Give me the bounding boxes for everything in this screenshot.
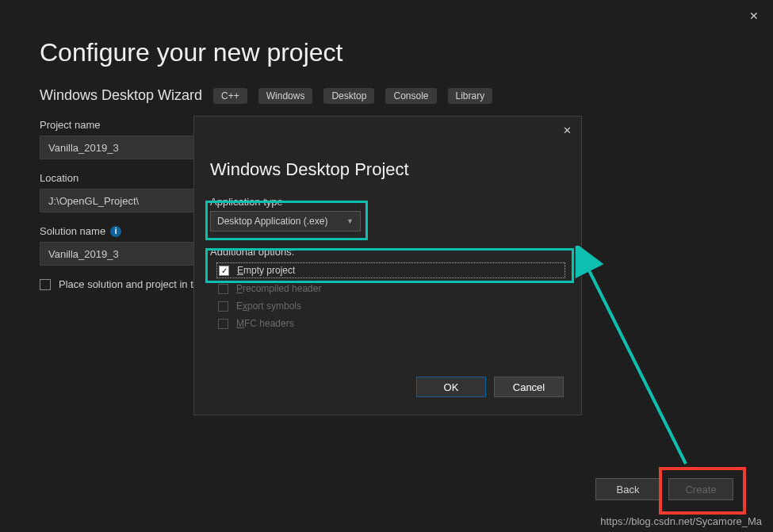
solution-name-label-text: Solution name [40,225,105,237]
empty-project-label: Empty project [237,265,295,276]
precompiled-header-label: Precompiled header [236,283,321,294]
application-type-value: Desktop Application (.exe) [217,216,327,227]
application-type-label: Application type [194,196,581,211]
export-symbols-label: Export symbols [236,300,301,312]
empty-project-row[interactable]: ✓ Empty project [216,262,565,278]
application-type-dropdown[interactable]: Desktop Application (.exe) ▼ [210,211,361,232]
mfc-headers-label: MFC headers [236,318,294,329]
ok-button[interactable]: OK [416,377,486,397]
tag-library: Library [448,88,493,104]
empty-project-checkbox[interactable]: ✓ [219,266,229,276]
subtitle-row: Windows Desktop Wizard C++ Windows Deskt… [40,87,492,104]
tag-desktop: Desktop [323,88,374,104]
place-solution-label: Place solution and project in the [59,278,205,290]
tag-console: Console [385,88,436,104]
annotation-arrow [555,246,761,499]
precompiled-header-checkbox [218,284,228,294]
cancel-button[interactable]: Cancel [494,377,564,397]
info-icon[interactable]: i [110,226,121,237]
mfc-headers-checkbox [218,319,228,329]
back-button[interactable]: Back [595,478,660,500]
additional-options-label: Additional options: [194,243,581,262]
desktop-project-dialog: ✕ Windows Desktop Project Application ty… [193,116,582,415]
svg-line-1 [587,266,686,464]
tag-windows: Windows [258,88,313,104]
mfc-headers-row: MFC headers [194,316,581,331]
wizard-subtitle: Windows Desktop Wizard [40,87,202,104]
window-close-icon[interactable]: ✕ [749,10,759,22]
tag-cpp: C++ [213,88,247,104]
export-symbols-checkbox [218,301,228,312]
watermark-text: https://blog.csdn.net/Sycamore_Ma [600,515,762,527]
export-symbols-row: Export symbols [194,299,581,313]
precompiled-header-row: Precompiled header [194,281,581,296]
page-title: Configure your new project [40,38,342,67]
place-solution-checkbox[interactable] [40,279,51,290]
chevron-down-icon: ▼ [346,217,354,225]
dialog-title: Windows Desktop Project [194,117,581,196]
create-button[interactable]: Create [668,478,733,500]
dialog-close-icon[interactable]: ✕ [563,124,572,136]
